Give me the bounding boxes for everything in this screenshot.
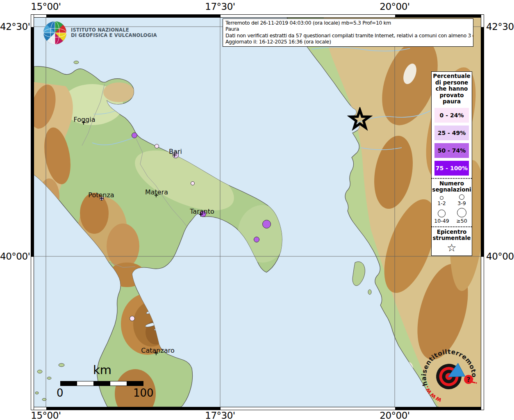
legend-reports-title: Numero segnalazioni <box>432 180 472 193</box>
legend-percent-title: Percentuale di persone che hanno provato… <box>432 73 472 105</box>
watermark-question-mark: ? <box>466 376 470 383</box>
map-frame-bottom <box>31 407 484 410</box>
lon-label-top-20: 20°00' <box>380 1 409 12</box>
map-frame-right <box>481 14 484 410</box>
report-count-label: 3-9 <box>457 201 466 206</box>
small-island <box>368 290 371 294</box>
lat-label-right-42-30: 42°30' <box>486 21 514 32</box>
epicenter-star-symbol: ☆ <box>432 242 472 253</box>
event-title-box: Terremoto del 26-11-2019 04:03:00 (ora l… <box>223 18 473 47</box>
event-updated-at: Aggiornato il: 16-12-2025 16:36 (ora loc… <box>225 39 471 45</box>
small-island <box>37 370 42 373</box>
small-island <box>59 363 64 367</box>
scale-bar-segments <box>60 381 143 386</box>
legend-class-swatch: 50 - 74% <box>434 143 469 158</box>
ingv-wordmark: ISTITUTO NAZIONALE DI GEOFISICA E VULCAN… <box>71 27 157 38</box>
legend-epicenter-title: Epicentro strumentale <box>432 229 472 242</box>
report-count-label: 1-2 <box>437 201 446 206</box>
lon-label-bottom-20: 20°00' <box>380 410 409 420</box>
report-count-circle <box>440 196 443 200</box>
small-island <box>74 61 79 64</box>
report-count-label: 10-49 <box>434 218 449 224</box>
legend-divider <box>432 178 472 179</box>
scale-bar-unit: km <box>93 363 111 377</box>
map-frame-top <box>31 14 484 18</box>
ingv-globe-icon <box>43 20 67 46</box>
scale-bar-start-value: 0 <box>57 387 64 399</box>
map-legend: Percentuale di persone che hanno provato… <box>431 71 472 256</box>
lon-label-bottom-15: 15°00' <box>31 410 61 420</box>
lon-label-top-15: 15°00' <box>31 1 61 12</box>
legend-divider <box>432 226 472 227</box>
legend-size-item: ≥50 <box>452 208 472 224</box>
report-count-circle <box>459 194 464 200</box>
report-count-circle <box>457 208 466 217</box>
event-data-note: Dati non verificati estratti da 57 quest… <box>225 33 471 39</box>
event-title-line: Terremoto del 26-11-2019 04:03:00 (ora l… <box>225 20 471 26</box>
legend-percent-classes: 0 - 24%25 - 49%50 - 74%75 - 100% <box>432 108 472 176</box>
felt-map-page: { "header": { "ingv_logo": {"line1": "IS… <box>0 0 514 420</box>
lon-label-bottom-17-30: 17°30' <box>205 410 235 420</box>
legend-size-item: 1-2 <box>432 194 452 206</box>
report-count-circle <box>438 210 446 217</box>
ingv-logo: ISTITUTO NAZIONALE DI GEOFISICA E VULCAN… <box>43 20 157 46</box>
small-island <box>35 392 39 394</box>
event-map-type: Paura <box>225 26 471 32</box>
lat-label-left-42-30: 42°30' <box>0 21 30 32</box>
legend-class-swatch: 0 - 24% <box>434 108 469 123</box>
legend-class-swatch: 75 - 100% <box>434 161 469 176</box>
legend-report-sizes: 1-23-910-49≥50 <box>432 194 472 224</box>
legend-size-item: 3-9 <box>452 194 472 206</box>
legend-class-swatch: 25 - 49% <box>434 126 469 140</box>
lat-label-right-40: 40°00' <box>486 251 514 262</box>
small-island <box>47 377 51 379</box>
ingv-name-line2: DI GEOFISICA E VULCANOLOGIA <box>71 33 157 38</box>
legend-size-item: 10-49 <box>432 208 452 224</box>
map-frame-left <box>31 14 34 410</box>
instrumental-epicenter-star <box>347 107 373 132</box>
lon-label-top-17-30: 17°30' <box>205 1 235 12</box>
lat-label-left-40: 40°00' <box>0 251 30 262</box>
scale-bar-end-value: 100 <box>133 387 154 399</box>
report-count-label: ≥50 <box>456 218 467 224</box>
